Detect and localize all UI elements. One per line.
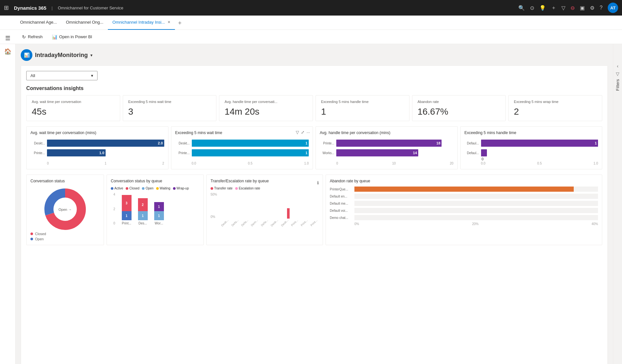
chart4-axis: 0.00.51.0: [465, 162, 598, 165]
filter-icon[interactable]: ▽: [561, 5, 565, 11]
donut-chart: Open → Closed Open: [30, 187, 100, 241]
bar-row-printer: Printe... 1: [175, 149, 309, 156]
bar-row-works: Works... 14: [320, 149, 454, 156]
abandon-row-2: Default me...: [330, 201, 598, 206]
block-icon[interactable]: ⊖: [570, 5, 575, 11]
transfer-legend: Transfer rate Escalation rate: [211, 187, 319, 190]
monitoring-icon: 📊: [21, 49, 32, 61]
sidebar-right-arrow-icon[interactable]: ‹: [617, 63, 618, 69]
abandon-bars: PrinterQue... Default en...: [330, 187, 598, 220]
escalation-legend-dot: [235, 187, 238, 190]
filter-dropdown-icon: ▾: [91, 73, 93, 78]
avg-wait-bar-chart: Deskt... 2.0 Printe... 1.0: [30, 138, 164, 160]
page-header: 📊 IntradayMonitoring ▾: [21, 49, 608, 61]
search-icon[interactable]: 🔍: [518, 5, 525, 11]
expand-icon[interactable]: ⤢: [301, 130, 305, 135]
waiting-legend-dot: [156, 187, 159, 190]
monitoring-dropdown-icon[interactable]: ▾: [90, 53, 93, 58]
info-icon[interactable]: ℹ: [317, 180, 319, 185]
target-icon[interactable]: ⊙: [530, 5, 534, 11]
abandon-row-0: PrinterQue...: [330, 187, 598, 192]
tab-bar-wrapper: ☰ Omnichannel Age... Omnichannel Ong... …: [0, 16, 622, 30]
chart3-axis: 01020: [320, 162, 454, 165]
refresh-button[interactable]: ↻ Refresh: [18, 32, 47, 41]
sidebar-right-filter-icon[interactable]: ▽: [616, 71, 619, 76]
top-nav-actions: 🔍 ⊙ 💡 ＋ ▽ ⊖ ▣ ⚙ ? AT: [518, 3, 618, 13]
dashboard: All ▾ Conversations insights Avg. wait t…: [21, 65, 608, 364]
main-content: 📊 IntradayMonitoring ▾ All ▾ Conversatio…: [16, 44, 613, 364]
svg-text:Open →: Open →: [59, 208, 72, 211]
y-axis: 420: [113, 193, 115, 225]
help-icon[interactable]: ?: [600, 5, 603, 11]
add-icon[interactable]: ＋: [551, 5, 556, 11]
chart-abandon-rate: Abandon rate by queue PrinterQue... Defa…: [326, 175, 602, 245]
app-title: Dynamics 365: [14, 5, 46, 11]
toolbar: ↻ Refresh 📊 Open in Power BI: [0, 30, 622, 44]
transfer-x-labels: Desk... Defa... Defa... Dem... Defa... D…: [220, 221, 319, 224]
tab-omnichannel-ongoing[interactable]: Omnichannel Ong...: [61, 16, 108, 30]
transfer-chart-body: 50% 0% Desk... Defa... Defa... Dem..: [211, 193, 319, 219]
abandon-row-3: Default voi...: [330, 208, 598, 213]
queue-filter[interactable]: All ▾: [26, 71, 98, 80]
open-powerbi-button[interactable]: 📊 Open in Power BI: [48, 32, 96, 41]
chart-exceeding-wait: Exceeding 5 mins wait time ▽ ⤢ ··· Deskt…: [171, 126, 313, 169]
kpi-exceeding-wait: Exceeding 5 mins wait time 3: [123, 95, 217, 121]
donut-svg: Open →: [42, 187, 88, 232]
more-icon[interactable]: ···: [306, 130, 310, 135]
kpi-avg-wait: Avg. wait time per conversation 45s: [26, 95, 120, 121]
hamburger-icon[interactable]: ☰: [0, 31, 16, 45]
fullscreen-icon[interactable]: ▣: [580, 5, 585, 11]
charts-row-1: Avg. wait time per conversation (mins) D…: [26, 126, 602, 169]
kpi-exceeding-wrap: Exceeding 5 mins wrap time 2: [508, 95, 602, 121]
bar-row-default2: Defaul... 0: [465, 149, 598, 156]
transfer-legend-dot: [211, 187, 213, 190]
bar-row-desktop: Deskt... 2.0: [30, 140, 164, 147]
chart-avg-handle-time: Avg. handle time per conversation (mins)…: [316, 126, 458, 169]
bar-row-desktop: Deskt... 1: [175, 140, 309, 147]
bar-group-des: 1 2 Des...: [138, 198, 148, 225]
chart-avg-wait-time: Avg. wait time per conversation (mins) D…: [26, 126, 168, 169]
tab-close-icon[interactable]: ✕: [167, 20, 170, 24]
filter-icon[interactable]: ▽: [296, 130, 299, 135]
title-separator: |: [52, 6, 52, 10]
bar-row-printer: Printe... 1.0: [30, 149, 164, 156]
abandon-row-1: Default en...: [330, 194, 598, 199]
transfer-bar-print: [287, 208, 290, 219]
app-subtitle: Omnichannel for Customer Service: [58, 6, 123, 10]
closed-legend-dot: [126, 187, 128, 190]
queue-status-legend: Active Closed Open Waiting: [111, 187, 200, 190]
monitoring-title: IntradayMonitoring: [35, 52, 88, 59]
avatar[interactable]: AT: [608, 3, 618, 13]
lightbulb-icon[interactable]: 💡: [539, 5, 546, 11]
avg-handle-bar-chart: Printe... 18 Works... 14: [320, 138, 454, 160]
home-icon[interactable]: 🏠: [4, 48, 11, 55]
chart1-axis: 012: [30, 162, 164, 165]
active-legend-dot: [111, 187, 113, 190]
tab-omnichannel-intraday[interactable]: Omnichannel Intraday Insi... ✕: [108, 16, 175, 30]
top-navigation: ⊞ Dynamics 365 | Omnichannel for Custome…: [0, 0, 622, 16]
grid-icon[interactable]: ⊞: [4, 4, 9, 11]
wrapup-legend-dot: [173, 187, 176, 190]
filters-label[interactable]: Filters: [616, 79, 620, 91]
exceeding-handle-bar-chart: Defaul... 1 Defaul... 0: [465, 138, 598, 160]
stacked-bars-container: 420 1 3 Print...: [111, 193, 200, 225]
bar-group-wor: 1 1 Wor...: [154, 202, 164, 225]
sidebar-right: ‹ ▽ Filters: [613, 44, 622, 364]
sidebar-left: 🏠: [0, 44, 16, 364]
page-body: 🏠 📊 IntradayMonitoring ▾ All ▾ Conversat…: [0, 44, 622, 364]
chart-exceeding-handle: Exceeding 5 mins handle time Defaul... 1…: [460, 126, 603, 169]
abandon-x-axis: 0%20%40%: [330, 222, 598, 226]
tab-omnichannel-agent[interactable]: Omnichannel Age...: [16, 16, 61, 30]
kpi-avg-handle: Avg. handle time per conversati... 14m 2…: [219, 95, 313, 121]
chart-conv-status-queue: Conversation status by queue Active Clos…: [107, 175, 204, 245]
bar-row-printer: Printe... 18: [320, 140, 454, 147]
kpi-cards-row: Avg. wait time per conversation 45s Exce…: [26, 95, 602, 121]
conversations-insights-title: Conversations insights: [26, 85, 602, 91]
settings-icon[interactable]: ⚙: [590, 5, 594, 11]
chart2-axis: 0.00.51.0: [175, 162, 309, 165]
kpi-abandon-rate: Abandon rate 16.67%: [412, 95, 506, 121]
abandon-row-4: Demo chat...: [330, 215, 598, 220]
tab-add-icon[interactable]: ＋: [177, 19, 183, 27]
transfer-y-axis: 50% 0%: [211, 193, 218, 219]
charts-row-2: Conversation status Open → Clo: [26, 175, 602, 245]
